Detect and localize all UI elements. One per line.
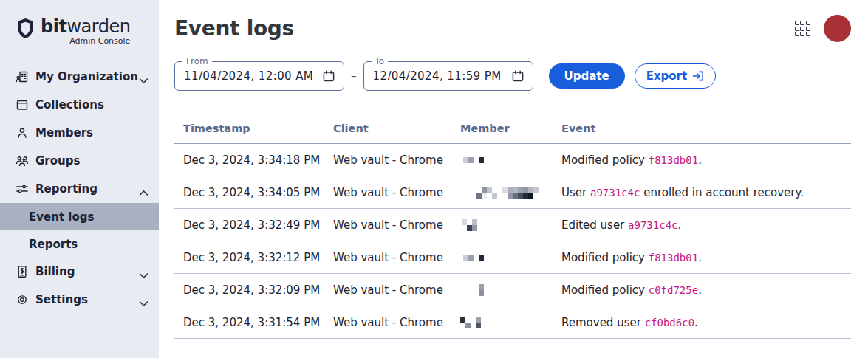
calendar-icon[interactable] [323, 70, 335, 82]
to-date-label: To [372, 56, 389, 66]
event-cell: Modified policy f813db01. [553, 144, 851, 176]
chevron-down-icon [139, 297, 148, 303]
client-cell: Web vault - Chrome [324, 209, 451, 241]
timestamp-cell: Dec 3, 2024, 3:32:49 PM [174, 209, 324, 241]
timestamp-cell: Dec 3, 2024, 3:31:54 PM [174, 306, 324, 339]
organization-icon [15, 70, 29, 84]
user-avatar[interactable] [824, 15, 851, 42]
column-header-event: Event [553, 117, 851, 144]
column-header-member: Member [451, 117, 553, 144]
billing-icon [15, 265, 29, 279]
sidebar: bitwarden Admin Console My Organization … [0, 0, 159, 358]
member-cell [451, 306, 553, 339]
timestamp-cell: Dec 3, 2024, 3:32:09 PM [174, 274, 324, 306]
sidebar-item-label: Reporting [35, 182, 139, 196]
export-button[interactable]: Export [635, 63, 717, 89]
table-row: Dec 3, 2024, 3:32:09 PM Web vault - Chro… [174, 274, 851, 306]
sidebar-item-label: Reports [29, 238, 78, 251]
redacted-member [463, 157, 484, 163]
from-date-input[interactable]: From 11/04/2024, 12:00 AM [174, 61, 344, 91]
sidebar-item-settings[interactable]: Settings [0, 286, 159, 314]
sidebar-item-label: My Organization [35, 70, 139, 83]
app-logo: bitwarden Admin Console [0, 15, 159, 52]
update-button[interactable]: Update [549, 63, 625, 89]
filter-bar: From 11/04/2024, 12:00 AM – To 12/04/202… [174, 61, 851, 91]
from-date-value: 11/04/2024, 12:00 AM [184, 69, 320, 83]
sidebar-item-label: Collections [35, 98, 148, 111]
bitwarden-shield-icon [16, 18, 35, 39]
column-header-timestamp: Timestamp [174, 117, 324, 144]
sidebar-item-groups[interactable]: Groups [0, 147, 159, 175]
timestamp-cell: Dec 3, 2024, 3:32:12 PM [174, 241, 324, 274]
event-log-table: Timestamp Client Member Event Dec 3, 202… [174, 117, 851, 339]
redacted-member [462, 219, 477, 231]
main-content: Event logs From 11/04/2024, 12:00 AM – T… [159, 0, 868, 358]
sidebar-item-reports[interactable]: Reports [0, 230, 159, 258]
member-cell [451, 274, 553, 306]
member-cell [451, 209, 553, 241]
sidebar-item-event-logs[interactable]: Event logs [0, 203, 159, 230]
table-header-row: Timestamp Client Member Event [174, 117, 851, 144]
event-code: c0fd725e [649, 284, 698, 296]
timestamp-cell: Dec 3, 2024, 3:34:18 PM [174, 144, 324, 176]
client-cell: Web vault - Chrome [324, 241, 451, 274]
sidebar-item-label: Groups [35, 154, 148, 168]
sidebar-item-members[interactable]: Members [0, 119, 159, 147]
event-code: f813db01 [649, 154, 698, 166]
chevron-down-icon [139, 269, 148, 275]
table-row: Dec 3, 2024, 3:34:05 PM Web vault - Chro… [174, 176, 851, 209]
redacted-member [460, 317, 481, 328]
to-date-value: 12/04/2024, 11:59 PM [373, 69, 509, 83]
event-cell: Modified policy f813db01. [553, 241, 851, 274]
sidebar-item-label: Settings [35, 293, 139, 306]
app-logo-wordmark: bitwarden [41, 18, 130, 35]
event-cell: Modified policy c0fd725e. [553, 274, 851, 306]
sidebar-item-reporting[interactable]: Reporting [0, 175, 159, 203]
client-cell: Web vault - Chrome [324, 144, 451, 176]
client-cell: Web vault - Chrome [324, 274, 451, 306]
sidebar-item-collections[interactable]: Collections [0, 91, 159, 119]
member-cell [451, 144, 553, 176]
table-row: Dec 3, 2024, 3:32:12 PM Web vault - Chro… [174, 241, 851, 274]
chevron-down-icon [139, 74, 148, 80]
event-code: a9731c4c [590, 187, 640, 199]
timestamp-cell: Dec 3, 2024, 3:34:05 PM [174, 176, 324, 209]
event-cell: Edited user a9731c4c. [553, 209, 851, 241]
column-header-client: Client [324, 117, 451, 144]
page-title: Event logs [174, 16, 294, 41]
client-cell: Web vault - Chrome [324, 176, 451, 209]
app-logo-subtitle: Admin Console [41, 37, 130, 45]
redacted-member [463, 255, 484, 261]
members-icon [15, 126, 29, 140]
export-icon [692, 70, 704, 82]
member-cell [451, 176, 553, 209]
sidebar-item-my-organization[interactable]: My Organization [0, 63, 159, 91]
redacted-member [476, 187, 539, 199]
export-button-label: Export [646, 69, 688, 83]
apps-grid-icon[interactable] [795, 21, 810, 36]
sidebar-item-billing[interactable]: Billing [0, 258, 159, 286]
event-cell: Removed user cf0bd6c0. [553, 306, 851, 339]
groups-icon [15, 154, 29, 168]
from-date-label: From [182, 56, 212, 66]
date-range-separator: – [351, 69, 357, 83]
redacted-member [479, 284, 484, 296]
event-code: f813db01 [649, 252, 698, 264]
chevron-up-icon [139, 186, 148, 193]
to-date-input[interactable]: To 12/04/2024, 11:59 PM [363, 61, 533, 91]
reporting-icon [15, 182, 29, 196]
calendar-icon[interactable] [512, 70, 524, 82]
sidebar-item-label: Members [35, 126, 148, 140]
event-code: cf0bd6c0 [645, 317, 694, 328]
table-row: Dec 3, 2024, 3:31:54 PM Web vault - Chro… [174, 306, 851, 339]
client-cell: Web vault - Chrome [324, 306, 451, 339]
sidebar-nav: My Organization Collections Members Grou… [0, 63, 159, 314]
event-code: a9731c4c [628, 219, 677, 231]
sidebar-item-label: Billing [35, 265, 139, 278]
collections-icon [15, 98, 29, 112]
sidebar-item-label: Event logs [29, 210, 94, 224]
event-cell: User a9731c4c enrolled in account recove… [553, 176, 851, 209]
table-row: Dec 3, 2024, 3:32:49 PM Web vault - Chro… [174, 209, 851, 241]
settings-gear-icon [15, 293, 29, 307]
member-cell [451, 241, 553, 274]
